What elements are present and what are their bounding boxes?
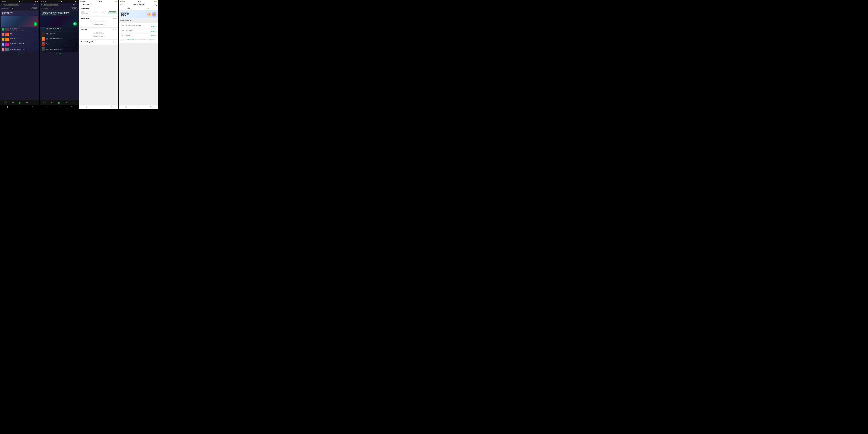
- mm-back-button[interactable]: ←: [81, 4, 82, 6]
- top-nav-2: ✕ Get your Melon subscription. 🔍 ⌄: [39, 3, 79, 6]
- my-picks-more[interactable]: More >: [113, 29, 117, 30]
- song-more-3[interactable]: ⋮: [36, 38, 37, 40]
- footnote-link-2: 멜론앱: [149, 39, 152, 40]
- price-item-3[interactable]: 무제한 듣기 (30일권) 8,900원 ›: [120, 33, 156, 37]
- pur-recents-nav[interactable]: □: [151, 106, 152, 108]
- song-more-4[interactable]: ⋮: [36, 43, 37, 45]
- song-thumb-2: [5, 33, 9, 36]
- price-item-2[interactable]: 무제한 듣기 (정기결제) 7,900원 3,900원 ›: [120, 28, 156, 33]
- prev-button-1[interactable]: ⏮: [12, 101, 14, 104]
- subscription-section: Subscription Link Melon Account to use y…: [79, 7, 118, 16]
- dot-3[interactable]: [19, 54, 20, 55]
- profile-music-more[interactable]: More >: [113, 18, 117, 19]
- chevron-icon-1[interactable]: ⌄: [37, 4, 38, 6]
- dot-4[interactable]: [21, 54, 22, 55]
- player-album-2[interactable]: ♪: [43, 101, 46, 104]
- carrier-2: redONE: [41, 1, 44, 2]
- dot-2-2[interactable]: [58, 54, 58, 54]
- tab-my-collection-1[interactable]: My Collection: [1, 8, 8, 9]
- player-album-1[interactable]: ♪: [4, 101, 7, 104]
- footnote: 모든 이용권은 멜론에서도 사용 가능하며, 오프라인 재생 기능은 멜론앱 에…: [119, 38, 158, 42]
- song-info-4: 에잇(Prod.&Feat. SUGA of B... 아이유: [10, 43, 35, 45]
- panel-3-my-music: redONE 🇲🇾 17:30 📶🔋 ← My Music Subscripti…: [79, 0, 118, 108]
- pur-menu-button[interactable]: ≡: [122, 4, 123, 6]
- price-value-2: 3,900원 ›: [151, 30, 156, 32]
- profile-music-settings-button[interactable]: Profile Music Settings: [92, 23, 105, 26]
- melon-badge-2[interactable]: Get your Melon subscription.: [43, 4, 59, 6]
- tab-my-collection-2[interactable]: My Collection: [41, 8, 48, 9]
- dot-5[interactable]: [22, 54, 23, 55]
- my-music-btn-2[interactable]: My Music: [71, 7, 78, 9]
- card-info-1: 인기 프로필 뮤직 Updated on 25 July: [2, 12, 13, 16]
- view-top-100-chart-button[interactable]: View Top 100 Chart: [93, 35, 105, 38]
- prev-button-2[interactable]: ⏮: [52, 101, 54, 104]
- mm-status-bar: redONE 🇲🇾 17:30 📶🔋: [79, 0, 118, 3]
- search-icon-2[interactable]: 🔍: [73, 4, 75, 6]
- my-music-btn-1[interactable]: My Music: [31, 7, 38, 9]
- song-artist-2-4: ADOY: [46, 44, 74, 45]
- mm-recents-nav[interactable]: □: [111, 106, 112, 108]
- next-button-1[interactable]: ⏭: [26, 101, 28, 104]
- pur-home-nav[interactable]: ○: [138, 106, 139, 108]
- tab-for-you-2[interactable]: For you: [50, 7, 54, 9]
- play-button-1[interactable]: [34, 22, 37, 26]
- pur-back-nav[interactable]: ◁: [125, 106, 126, 108]
- like-button-2[interactable]: ♡: [73, 101, 75, 104]
- table-row: 너를 수놓은 밤 (feat. 멜튼 Of ... 노르웨이 숲 ⋮: [41, 27, 77, 32]
- price-item-1[interactable]: 무제한 듣기 + 오프라인 재생 (정기결제) 10,900원 5,400원 ›: [120, 23, 156, 28]
- home-nav-2[interactable]: ○: [59, 106, 60, 108]
- recents-nav-2[interactable]: □: [71, 106, 72, 108]
- melon-badge-1[interactable]: Get your Melon subscription.: [3, 4, 20, 6]
- panel-4-purchase: redONE 🇲🇾 17:31 📶🔋 < ≡ 이용권 구매/선물 🔍 이용권 선…: [119, 0, 158, 108]
- card-more-1[interactable]: ⋮: [36, 12, 37, 14]
- recents-nav-1[interactable]: □: [32, 106, 33, 108]
- song-info-2-5: 영원처럼 안아줘 (with 카더가...: [46, 49, 74, 50]
- dot-1[interactable]: [17, 54, 17, 55]
- dot-2[interactable]: [18, 54, 19, 55]
- song-more-2-5[interactable]: ⋮: [75, 49, 77, 50]
- dot-2-3[interactable]: [59, 54, 60, 54]
- dot-2-5[interactable]: [62, 54, 62, 54]
- footnote-link-1: 멜론에서도 사용 가능: [127, 39, 136, 40]
- search-icon-1[interactable]: 🔍: [34, 4, 36, 6]
- sub-tab-gift[interactable]: 선물: [138, 7, 158, 10]
- hashtag-more-2[interactable]: ⋮: [75, 12, 77, 14]
- link-account-button[interactable]: Link Account: [108, 11, 117, 14]
- chevron-icon-2[interactable]: ⌄: [76, 4, 78, 6]
- play-button-main-2[interactable]: ▶: [59, 101, 61, 104]
- pur-content: 톡에서도 멜론에서도 이용권 하나로자유롭게! 🐷 🐸 마음껏 듣고 싶을 때!…: [119, 10, 158, 105]
- close-button-1[interactable]: ✕: [1, 4, 3, 6]
- song-more-2-4[interactable]: ⋮: [75, 43, 77, 45]
- dot-2-4[interactable]: [60, 54, 61, 54]
- home-nav-1[interactable]: ○: [19, 106, 20, 108]
- like-button-1[interactable]: ♡: [34, 101, 35, 104]
- song-more-2-3[interactable]: ⋮: [75, 38, 77, 40]
- close-button-2[interactable]: ✕: [41, 4, 42, 6]
- back-nav-2[interactable]: ◁: [46, 106, 47, 108]
- mm-status-time: 17:30: [99, 1, 102, 2]
- mm-status-icons: 📶🔋: [115, 1, 117, 2]
- dot-2-1[interactable]: [56, 54, 57, 54]
- pur-back-button[interactable]: <: [120, 4, 121, 6]
- song-thumb-3: [5, 38, 9, 41]
- play-button-main-1[interactable]: ▶: [19, 101, 21, 104]
- song-more-2-1[interactable]: ⋮: [75, 28, 77, 30]
- hashtag-card-header-2: #새벽감성 #여름 #어쿠스틱 #우울 #혼자 #퇴... Updated on…: [40, 11, 78, 16]
- song-more-1[interactable]: ⋮: [36, 29, 37, 30]
- recently-played-more[interactable]: More >: [113, 41, 117, 42]
- tab-for-you-1[interactable]: For you: [10, 7, 14, 9]
- song-more-2[interactable]: ⋮: [36, 34, 37, 35]
- pur-search-button[interactable]: 🔍: [155, 4, 157, 6]
- song-more-2-2[interactable]: ⋮: [75, 33, 77, 35]
- mm-home-nav[interactable]: ○: [98, 106, 99, 108]
- mm-back-nav[interactable]: ◁: [86, 106, 87, 108]
- next-button-2[interactable]: ⏭: [66, 101, 68, 104]
- play-button-2[interactable]: [73, 22, 77, 26]
- back-nav-1[interactable]: ◁: [6, 106, 8, 108]
- pur-top-nav: < ≡ 이용권 구매/선물 🔍: [119, 3, 158, 7]
- song-more-5[interactable]: ⋮: [36, 49, 37, 51]
- mm-top-nav: ← My Music: [79, 3, 118, 7]
- song-info-2-2: 별들도 눈감은밤 키겐,새벽공방: [46, 33, 74, 35]
- song-artist-2-1: 노르웨이 숲: [46, 29, 74, 30]
- sub-tab-voucher[interactable]: 이용권: [119, 7, 138, 10]
